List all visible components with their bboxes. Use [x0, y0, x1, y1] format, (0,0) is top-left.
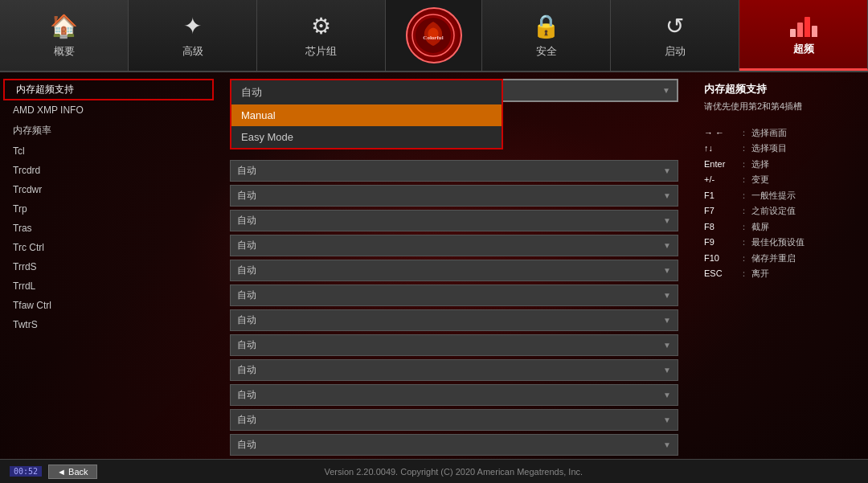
menu-item-mem-freq[interactable]: 内存频率 [0, 120, 217, 141]
dropdown-arrow-icon: ▼ [663, 291, 671, 300]
shortcut-sep: ： [739, 189, 748, 203]
shortcut-sep: ： [739, 220, 748, 234]
shortcut-desc: 一般性提示 [751, 189, 796, 203]
setting-dropdown-0[interactable]: 自动 ▼ [230, 160, 678, 182]
left-menu: 内存超频支持 AMD XMP INFO 内存频率 Tcl Trcdrd Trcd… [0, 72, 217, 459]
top-navigation: 🏠 概要 ✦ 高级 ⚙ 芯片组 Colorful 🔒 安全 ↺ 启动 [0, 0, 868, 72]
oc-bars-icon [790, 13, 817, 37]
menu-item-twtrs[interactable]: TwtrS [0, 315, 217, 334]
setting-dropdown-7[interactable]: 自动 ▼ [230, 334, 678, 356]
nav-label-overview: 概要 [54, 44, 75, 59]
center-panel: 自动 ▼ 自动 Manual Easy Mode 自 [217, 72, 691, 459]
shortcut-sep: ： [739, 235, 748, 249]
menu-item-tcl[interactable]: Tcl [0, 141, 217, 161]
nav-item-chipset[interactable]: ⚙ 芯片组 [257, 0, 386, 71]
shortcut-sep: ： [739, 252, 748, 265]
dropdown-option-easy-mode[interactable]: Easy Mode [231, 126, 502, 148]
menu-item-trc-ctrl[interactable]: Trc Ctrl [0, 238, 217, 257]
shortcut-list: → ← ： 选择画面 ↑↓ ： 选择项目 Enter ： 选择 +/- ： 变更… [704, 126, 855, 280]
setting-dropdown-10[interactable]: 自动 ▼ [230, 409, 678, 431]
menu-item-trrdl[interactable]: TrrdL [0, 276, 217, 296]
shortcut-desc: 离开 [751, 267, 769, 280]
right-panel: 内存超频支持 请优先使用第2和第4插槽 → ← ： 选择画面 ↑↓ ： 选择项目… [691, 72, 868, 459]
menu-item-tras[interactable]: Tras [0, 219, 217, 238]
menu-item-oc-support[interactable]: 内存超频支持 [3, 79, 214, 100]
menu-item-tfaw-ctrl[interactable]: Tfaw Ctrl [0, 296, 217, 315]
shortcut-item-2: Enter ： 选择 [704, 158, 855, 171]
shortcut-key: +/- [704, 173, 736, 186]
nav-item-security[interactable]: 🔒 安全 [482, 0, 611, 71]
shortcut-desc: 选择画面 [751, 126, 787, 140]
nav-label-advanced: 高级 [182, 44, 203, 59]
setting-dropdown-3[interactable]: 自动 ▼ [230, 235, 678, 256]
shortcut-item-7: F9 ： 最佳化预设值 [704, 235, 855, 249]
setting-dropdown-1[interactable]: 自动 ▼ [230, 185, 678, 207]
nav-item-oc[interactable]: 超频 [739, 0, 868, 71]
nav-label-boot: 启动 [665, 44, 686, 59]
shortcut-item-6: F8 ： 截屏 [704, 220, 855, 234]
shortcut-item-0: → ← ： 选择画面 [704, 126, 855, 140]
setting-row-5: 自动 ▼ [230, 284, 678, 306]
menu-item-amd-xmp[interactable]: AMD XMP INFO [0, 100, 217, 120]
shortcut-key: ESC [704, 267, 736, 280]
nav-item-overview[interactable]: 🏠 概要 [0, 0, 129, 71]
svg-text:Colorful: Colorful [423, 35, 443, 41]
menu-item-trrds[interactable]: TrrdS [0, 257, 217, 276]
setting-dropdown-4[interactable]: 自动 ▼ [230, 260, 678, 281]
oc-support-container: 自动 ▼ 自动 Manual Easy Mode [230, 79, 678, 102]
dropdown-option-manual[interactable]: Manual [231, 104, 502, 126]
shortcut-item-1: ↑↓ ： 选择项目 [704, 141, 855, 155]
shortcut-sep: ： [739, 204, 748, 218]
menu-item-trp[interactable]: Trp [0, 199, 217, 219]
shortcut-desc: 选择项目 [751, 141, 787, 155]
shortcut-desc: 之前设定值 [751, 204, 796, 218]
help-description: 请优先使用第2和第4插槽 [704, 100, 855, 113]
dropdown-arrow-icon: ▼ [663, 266, 671, 275]
logo: Colorful [386, 0, 482, 71]
nav-label-oc: 超频 [793, 42, 814, 56]
shortcut-key: F7 [704, 204, 736, 218]
setting-dropdown-9[interactable]: 自动 ▼ [230, 384, 678, 406]
setting-row-1: 自动 ▼ [230, 185, 678, 207]
bottom-bar: 00:52 ◄ Back Version 2.20.0049. Copyrigh… [0, 459, 868, 483]
shortcut-key: ↑↓ [704, 141, 736, 155]
shortcut-item-4: F1 ： 一般性提示 [704, 189, 855, 203]
setting-row-2: 自动 ▼ [230, 210, 678, 231]
menu-item-trcdwr[interactable]: Trcdwr [0, 180, 217, 199]
nav-item-advanced[interactable]: ✦ 高级 [129, 0, 257, 71]
nav-label-chipset: 芯片组 [305, 44, 337, 59]
setting-dropdown-11[interactable]: 自动 ▼ [230, 434, 678, 456]
setting-row-0: 自动 ▼ [230, 160, 678, 182]
setting-dropdown-6[interactable]: 自动 ▼ [230, 309, 678, 331]
setting-dropdown-2[interactable]: 自动 ▼ [230, 210, 678, 231]
setting-dropdown-5[interactable]: 自动 ▼ [230, 284, 678, 306]
shortcut-sep: ： [739, 267, 748, 280]
shortcut-item-3: +/- ： 变更 [704, 173, 855, 186]
shortcut-key: F1 [704, 189, 736, 203]
help-title: 内存超频支持 [704, 82, 855, 96]
nav-item-boot[interactable]: ↺ 启动 [611, 0, 739, 71]
shortcut-item-9: ESC ： 离开 [704, 267, 855, 280]
shortcut-sep: ： [739, 141, 748, 155]
shortcut-key: F10 [704, 252, 736, 265]
setting-dropdown-8[interactable]: 自动 ▼ [230, 359, 678, 381]
setting-row-4: 自动 ▼ [230, 260, 678, 281]
setting-row-8: 自动 ▼ [230, 359, 678, 381]
setting-row-11: 自动 ▼ [230, 434, 678, 456]
time-display: 00:52 [10, 466, 42, 477]
back-button[interactable]: ◄ Back [48, 465, 96, 479]
dropdown-arrow-icon: ▼ [663, 391, 671, 399]
dropdown-option-auto[interactable]: 自动 [231, 80, 502, 104]
refresh-icon: ↺ [665, 13, 684, 39]
shortcut-key: Enter [704, 158, 736, 171]
brand-logo: Colorful [406, 7, 462, 63]
menu-item-trcdrd[interactable]: Trcdrd [0, 161, 217, 180]
shortcut-desc: 截屏 [751, 220, 769, 234]
gear-icon: ⚙ [311, 13, 331, 39]
setting-row-7: 自动 ▼ [230, 334, 678, 356]
star-icon: ✦ [183, 13, 202, 39]
shortcut-sep: ： [739, 158, 748, 171]
dropdown-arrow-icon: ▼ [663, 440, 671, 449]
setting-row-10: 自动 ▼ [230, 409, 678, 431]
shortcut-desc: 储存并重启 [751, 252, 796, 265]
